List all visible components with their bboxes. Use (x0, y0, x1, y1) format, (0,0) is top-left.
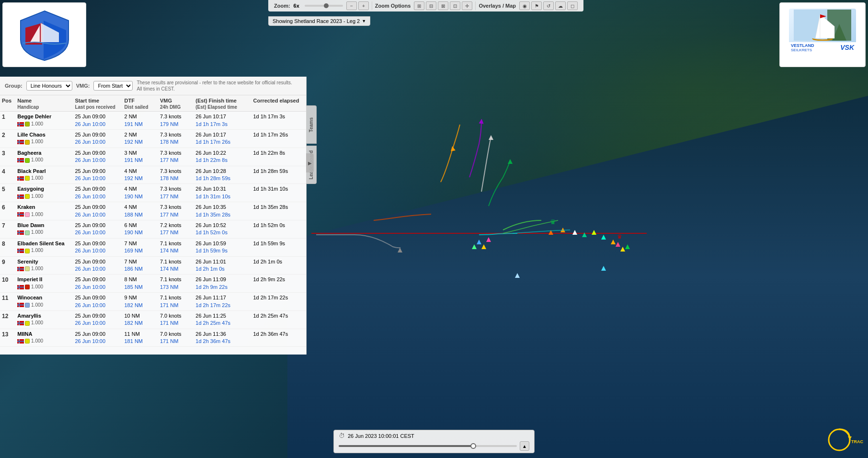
cell-starttime: 25 Jun 09:00 26 Jun 10:00 (73, 184, 122, 202)
cell-name: Lille Chaos 1.000 (15, 130, 73, 148)
cell-name: Blue Dawn 1.000 (15, 220, 73, 238)
overlay-btn-5[interactable]: ◻ (567, 1, 578, 10)
timeline-date: ⏱ 26 Jun 2023 10:00:01 CEST (339, 432, 529, 439)
group-label: Group: (5, 83, 23, 89)
cell-finish: 26 Jun 10:59 1d 1h 59m 9s (194, 238, 251, 256)
zoom-opt-btn-2[interactable]: ⊟ (426, 1, 436, 10)
cell-starttime: 25 Jun 09:00 26 Jun 10:00 (73, 275, 122, 293)
zoom-minus-btn[interactable]: − (346, 1, 357, 10)
table-row[interactable]: 4 Black Pearl 1.000 25 Jun 09:00 26 Jun … (0, 166, 306, 184)
timeline-bar: ⏱ 26 Jun 2023 10:00:01 CEST ▲ (333, 430, 535, 453)
col-header-corrected: Corrected elapsed (251, 95, 306, 112)
results-table-container[interactable]: Pos Name Handicap Start time Last pos re… (0, 95, 306, 355)
zoom-label: Zoom: (274, 3, 290, 9)
cell-corrected: 1d 2h 9m 22s (251, 275, 306, 293)
left-logo-svg (16, 9, 73, 61)
cell-name: Kraken 1.000 (15, 202, 73, 220)
group-select[interactable]: Line Honours (26, 81, 72, 91)
cell-name: MIINA 1.000 (15, 329, 73, 347)
cell-corrected: 1d 1h 17m 3s (251, 112, 306, 130)
cell-finish: 26 Jun 11:17 1d 2h 17m 22s (194, 293, 251, 311)
zoom-opt-btn-5[interactable]: ✛ (462, 1, 472, 10)
cell-dtf: 3 NM 191 NM (122, 148, 158, 166)
cell-finish: 26 Jun 10:52 1d 1h 52m 0s (194, 220, 251, 238)
zoom-slider-handle (324, 3, 329, 8)
vsk-logo: VESTLAND SEILKRETS VSK (789, 9, 856, 61)
teams-tab[interactable]: Teams (306, 105, 317, 144)
col-header-starttime: Start time Last pos received (73, 95, 122, 112)
cell-corrected: 1d 1h 59m 9s (251, 238, 306, 256)
cell-finish: 26 Jun 11:25 1d 2h 25m 47s (194, 310, 251, 329)
table-row[interactable]: 1 Begge Dehler 1.000 25 Jun 09:00 26 Jun… (0, 112, 306, 130)
cell-starttime: 25 Jun 09:00 26 Jun 10:00 (73, 329, 122, 347)
cell-vmg: 7.3 knots 177 NM (158, 148, 194, 166)
table-row[interactable]: 2 Lille Chaos 1.000 25 Jun 09:00 26 Jun … (0, 130, 306, 148)
zoom-plus-btn[interactable]: + (358, 1, 369, 10)
cell-dtf: 6 NM 190 NM (122, 220, 158, 238)
svg-rect-89 (17, 341, 24, 342)
table-row[interactable]: 3 Bagheera 1.000 25 Jun 09:00 26 Jun 10:… (0, 148, 306, 166)
svg-rect-59 (17, 232, 24, 233)
cell-pos: 10 (0, 275, 15, 293)
provisional-notice: These results are provisional - refer to… (137, 80, 301, 92)
cell-dtf: 2 NM 191 NM (122, 112, 158, 130)
filter-bar: Group: Line Honours VMG: From Start Thes… (0, 77, 306, 95)
cell-finish: 26 Jun 11:09 1d 2h 9m 22s (194, 275, 251, 293)
overlay-btn-3[interactable]: ↺ (543, 1, 554, 10)
cell-corrected: 1d 1h 28m 59s (251, 166, 306, 184)
timeline-slider-container[interactable]: ▲ (339, 441, 529, 451)
cell-corrected: 1d 1h 31m 10s (251, 184, 306, 202)
table-row[interactable]: 7 Blue Dawn 1.000 25 Jun 09:00 26 Jun 10… (0, 220, 306, 238)
svg-rect-34 (17, 142, 24, 142)
overlay-btn-4[interactable]: ☁ (555, 1, 566, 10)
table-row[interactable]: 6 Kraken 1.000 25 Jun 09:00 26 Jun 10:00… (0, 202, 306, 220)
cell-vmg: 7.1 knots 171 NM (158, 293, 194, 311)
cell-vmg: 7.0 knots 171 NM (158, 329, 194, 347)
cell-starttime: 25 Jun 09:00 26 Jun 10:00 (73, 112, 122, 130)
vsk-abbr-text: VSK (840, 44, 854, 51)
cell-vmg: 7.3 knots 178 NM (158, 130, 194, 148)
zoom-section: Zoom: 6x − + (271, 1, 372, 10)
vmg-select[interactable]: From Start (93, 81, 133, 91)
cell-name: Serenity 1.000 (15, 256, 73, 275)
cell-pos: 9 (0, 256, 15, 275)
zoom-options-label: Zoom Options (375, 3, 411, 9)
cell-pos: 6 (0, 202, 15, 220)
cell-finish: 26 Jun 10:35 1d 1h 35m 28s (194, 202, 251, 220)
table-row[interactable]: 9 Serenity 1.000 25 Jun 09:00 26 Jun 10:… (0, 256, 306, 275)
table-row[interactable]: 11 Winocean 1.000 25 Jun 09:00 26 Jun 10… (0, 293, 306, 311)
cell-starttime: 25 Jun 09:00 26 Jun 10:00 (73, 256, 122, 275)
zoom-options-section: Zoom Options ⊞ ⊟ ⊠ ⊡ ✛ (372, 1, 476, 10)
cell-corrected: 1d 1h 17m 26s (251, 130, 306, 148)
table-body: 1 Begge Dehler 1.000 25 Jun 09:00 26 Jun… (0, 112, 306, 347)
timeline-slider[interactable] (339, 445, 517, 447)
svg-rect-64 (17, 251, 24, 251)
collapse-btn[interactable]: ▶ (306, 153, 314, 172)
tracking-logo: TRACING (825, 423, 863, 453)
cell-corrected: 1d 2h 1m 0s (251, 256, 306, 275)
cell-finish: 26 Jun 10:17 1d 1h 17m 3s (194, 112, 251, 130)
race-selector[interactable]: Showing Shetland Race 2023 - Leg 2 ▼ (268, 16, 370, 26)
table-row[interactable]: 8 Elbaden Silent Sea 1.000 25 Jun 09:00 … (0, 238, 306, 256)
zoom-opt-btn-3[interactable]: ⊠ (438, 1, 448, 10)
cell-corrected: 1d 2h 36m 47s (251, 329, 306, 347)
cell-vmg: 7.3 knots 179 NM (158, 112, 194, 130)
clock-icon: ⏱ (339, 432, 345, 439)
overlay-btn-2[interactable]: ⚑ (531, 1, 542, 10)
zoom-opt-btn-1[interactable]: ⊞ (414, 1, 424, 10)
svg-rect-54 (17, 214, 24, 215)
table-row[interactable]: 12 Amaryllis 1.000 25 Jun 09:00 26 Jun 1… (0, 310, 306, 329)
timeline-slider-fill (339, 445, 472, 447)
svg-rect-74 (17, 286, 24, 287)
table-row[interactable]: 5 Easygoing 1.000 25 Jun 09:00 26 Jun 10… (0, 184, 306, 202)
timeline-play-btn[interactable]: ▲ (520, 441, 529, 451)
cell-corrected: 1d 1h 52m 0s (251, 220, 306, 238)
table-row[interactable]: 13 MIINA 1.000 25 Jun 09:00 26 Jun 10:00… (0, 329, 306, 347)
timeline-slider-handle[interactable] (470, 443, 476, 449)
table-row[interactable]: 10 Imperiet II 1.000 25 Jun 09:00 26 Jun… (0, 275, 306, 293)
overlay-btn-1[interactable]: ◉ (519, 1, 530, 10)
race-selector-arrow: ▼ (362, 19, 366, 23)
cell-dtf: 7 NM 169 NM (122, 238, 158, 256)
zoom-slider[interactable] (305, 5, 343, 7)
zoom-opt-btn-4[interactable]: ⊡ (450, 1, 460, 10)
